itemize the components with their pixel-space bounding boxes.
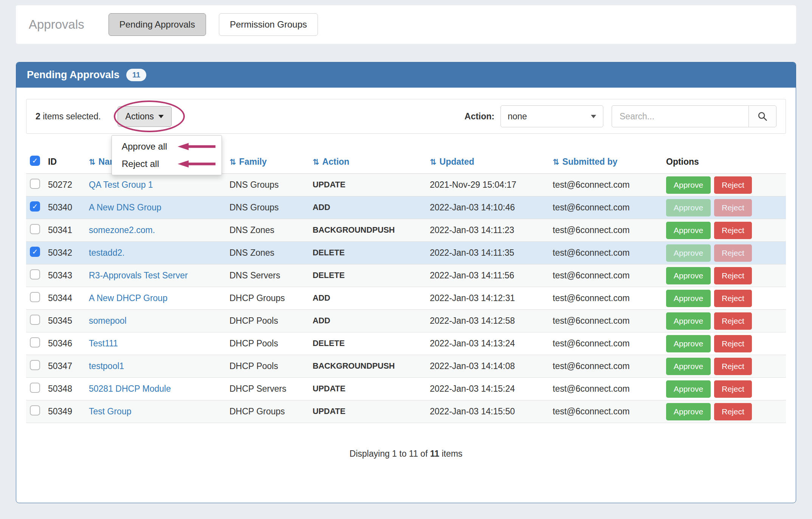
row-name-link[interactable]: A New DHCP Group [89, 293, 167, 303]
reject-button[interactable]: Reject [714, 312, 752, 330]
row-updated: 2022-Jan-03 14:11:23 [430, 225, 553, 235]
table-row: 50347 testpool1 DHCP Pools BACKGROUNDPUS… [26, 355, 786, 378]
tab-pending-approvals[interactable]: Pending Approvals [108, 13, 206, 36]
approve-button[interactable]: Approve [666, 358, 711, 375]
row-action: DELETE [313, 339, 430, 348]
reject-button[interactable]: Reject [714, 403, 752, 420]
row-name-link[interactable]: somepool [89, 316, 127, 326]
row-updated: 2022-Jan-03 14:14:08 [430, 361, 553, 371]
row-action: BACKGROUNDPUSH [313, 361, 430, 371]
actions-dropdown-menu: Approve all Reject all [112, 135, 222, 175]
row-name-link[interactable]: Test Group [89, 406, 132, 416]
table-row: 50348 50281 DHCP Module DHCP Servers UPD… [26, 378, 786, 400]
table-row: 50343 R3-Approvals Test Server DNS Serve… [26, 264, 786, 287]
row-family: DHCP Servers [229, 384, 313, 394]
row-checkbox[interactable] [30, 292, 40, 302]
approve-button[interactable]: Approve [666, 222, 711, 239]
approve-button[interactable]: Approve [666, 335, 711, 352]
menu-item-approve-all[interactable]: Approve all [112, 138, 222, 155]
row-family: DNS Groups [229, 202, 313, 213]
approvals-table: ID ⇅Name ⇅Family ⇅Action ⇅Updated ⇅Submi… [26, 150, 786, 423]
col-header-options: Options [666, 157, 786, 167]
row-name-link[interactable]: somezone2.com. [89, 225, 155, 235]
row-submitted-by: test@6connect.com [553, 202, 666, 213]
reject-button[interactable]: Reject [714, 380, 752, 398]
sort-icon: ⇅ [430, 158, 437, 167]
row-name-link[interactable]: A New DNS Group [89, 202, 161, 212]
col-header-updated[interactable]: ⇅Updated [430, 157, 553, 167]
row-checkbox[interactable] [30, 405, 40, 416]
row-checkbox[interactable] [30, 247, 40, 257]
approve-button[interactable]: Approve [666, 267, 711, 284]
table-body: 50272 QA Test Group 1 DNS Groups UPDATE … [26, 174, 786, 423]
caret-down-icon [591, 115, 596, 118]
approve-button[interactable]: Approve [666, 380, 711, 398]
sort-icon: ⇅ [313, 158, 319, 167]
approve-button[interactable]: Approve [666, 199, 711, 216]
row-updated: 2022-Jan-03 14:11:56 [430, 270, 553, 281]
row-id: 50272 [48, 180, 89, 190]
reject-button[interactable]: Reject [714, 358, 752, 375]
approve-button[interactable]: Approve [666, 244, 711, 262]
row-checkbox[interactable] [30, 269, 40, 280]
toolbar-right: Action: none [465, 105, 776, 127]
table-row: 50341 somezone2.com. DNS Zones BACKGROUN… [26, 219, 786, 242]
reject-button[interactable]: Reject [714, 267, 752, 284]
row-checkbox[interactable] [30, 383, 40, 393]
row-name-link[interactable]: testadd2. [89, 248, 125, 258]
table-row: 50345 somepool DHCP Pools ADD 2022-Jan-0… [26, 310, 786, 332]
row-checkbox[interactable] [30, 201, 40, 212]
row-name-link[interactable]: 50281 DHCP Module [89, 384, 171, 394]
select-all-checkbox[interactable] [30, 156, 40, 166]
tab-permission-groups[interactable]: Permission Groups [219, 13, 318, 36]
reject-button[interactable]: Reject [714, 176, 752, 194]
reject-button[interactable]: Reject [714, 199, 752, 216]
table-row: 50272 QA Test Group 1 DNS Groups UPDATE … [26, 174, 786, 196]
approve-button[interactable]: Approve [666, 290, 711, 307]
row-name-link[interactable]: R3-Approvals Test Server [89, 270, 188, 280]
row-updated: 2022-Jan-03 14:13:24 [430, 338, 553, 349]
row-id: 50345 [48, 316, 89, 326]
col-header-family[interactable]: ⇅Family [229, 157, 313, 167]
row-name-link[interactable]: Test111 [89, 338, 118, 348]
table-row: 50344 A New DHCP Group DHCP Groups ADD 2… [26, 287, 786, 310]
caret-down-icon [158, 115, 164, 118]
row-checkbox[interactable] [30, 360, 40, 370]
row-family: DNS Groups [229, 180, 313, 190]
row-name-link[interactable]: QA Test Group 1 [89, 180, 153, 190]
row-id: 50343 [48, 270, 89, 281]
search-input[interactable] [612, 105, 748, 127]
row-checkbox[interactable] [30, 315, 40, 325]
approve-button[interactable]: Approve [666, 403, 711, 420]
selected-label: items selected. [40, 111, 101, 121]
search-button[interactable] [748, 105, 776, 127]
reject-button[interactable]: Reject [714, 222, 752, 239]
row-id: 50344 [48, 293, 89, 303]
col-header-action[interactable]: ⇅Action [313, 157, 430, 167]
col-header-submitted-by[interactable]: ⇅Submitted by [553, 157, 666, 167]
row-submitted-by: test@6connect.com [553, 225, 666, 235]
row-checkbox[interactable] [30, 337, 40, 348]
row-id: 50347 [48, 361, 89, 371]
row-updated: 2022-Jan-03 14:12:58 [430, 316, 553, 326]
reject-button[interactable]: Reject [714, 290, 752, 307]
row-action: UPDATE [313, 180, 430, 190]
row-submitted-by: test@6connect.com [553, 384, 666, 394]
reject-button[interactable]: Reject [714, 335, 752, 352]
panel-header: Pending Approvals 11 [16, 62, 796, 88]
row-updated: 2022-Jan-03 14:11:35 [430, 248, 553, 258]
row-checkbox[interactable] [30, 179, 40, 189]
approve-button[interactable]: Approve [666, 312, 711, 330]
table-row: 50349 Test Group DHCP Groups UPDATE 2022… [26, 400, 786, 423]
row-name-link[interactable]: testpool1 [89, 361, 124, 371]
row-family: DNS Zones [229, 225, 313, 235]
row-family: DHCP Pools [229, 361, 313, 371]
action-filter-label: Action: [465, 111, 494, 122]
annotation-arrow [176, 142, 217, 151]
action-filter-select[interactable]: none [501, 105, 603, 127]
menu-item-reject-all[interactable]: Reject all [112, 155, 222, 173]
approve-button[interactable]: Approve [666, 176, 711, 194]
row-checkbox[interactable] [30, 224, 40, 234]
reject-button[interactable]: Reject [714, 244, 752, 262]
actions-dropdown-button[interactable]: Actions [118, 106, 172, 127]
